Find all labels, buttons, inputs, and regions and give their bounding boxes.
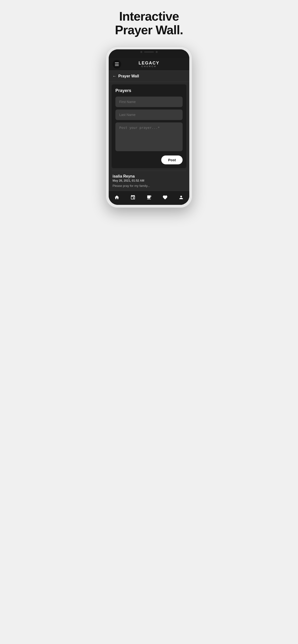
- heart-icon: [163, 195, 168, 200]
- back-label: Prayer Wall: [118, 74, 139, 78]
- page-container: Interactive Prayer Wall.: [99, 10, 199, 208]
- nav-item-heart[interactable]: [160, 194, 171, 201]
- nav-item-calendar[interactable]: [127, 194, 138, 201]
- hamburger-icon: [115, 62, 119, 66]
- phone-inner: LEGACY CHURCH ← Prayer Wall Prayers: [109, 49, 189, 204]
- post-button[interactable]: Post: [161, 156, 183, 164]
- prayer-post-date: May 26, 2021, 01:52 AM: [112, 179, 186, 182]
- calendar-icon: [130, 195, 135, 200]
- first-name-input[interactable]: [115, 96, 183, 107]
- headline-line1: Interactive: [119, 9, 179, 23]
- app-content: LEGACY CHURCH ← Prayer Wall Prayers: [109, 58, 189, 204]
- app-logo-sub: CHURCH: [138, 65, 159, 68]
- headline: Interactive Prayer Wall.: [110, 10, 188, 37]
- phone-notch: [135, 49, 163, 54]
- prayers-title: Prayers: [115, 88, 183, 93]
- headline-text: Interactive Prayer Wall.: [115, 10, 183, 37]
- nav-item-profile[interactable]: [176, 194, 187, 201]
- back-arrow-icon: ←: [112, 74, 116, 78]
- prayers-section: Prayers Post: [112, 84, 186, 168]
- phone-frame: LEGACY CHURCH ← Prayer Wall Prayers: [106, 46, 192, 208]
- news-icon: [146, 195, 152, 200]
- bottom-nav: [109, 191, 189, 205]
- notch-camera-2: [156, 51, 158, 53]
- prayer-post: isalia Reyna May 26, 2021, 01:52 AM Plea…: [109, 171, 189, 190]
- menu-button[interactable]: [112, 60, 121, 68]
- home-icon: [114, 195, 119, 200]
- app-header: LEGACY CHURCH: [109, 58, 189, 71]
- menu-line-1: [115, 62, 119, 63]
- prayer-textarea[interactable]: [115, 122, 183, 151]
- prayer-post-name: isalia Reyna: [112, 174, 186, 178]
- headline-line2: Prayer Wall.: [115, 23, 183, 37]
- person-icon: [179, 195, 184, 200]
- menu-line-2: [115, 64, 119, 64]
- phone-notch-bar: [109, 49, 189, 58]
- menu-line-3: [115, 66, 119, 66]
- last-name-input[interactable]: [115, 110, 183, 120]
- notch-camera: [140, 51, 142, 53]
- app-logo-name: LEGACY: [138, 61, 159, 65]
- nav-item-home[interactable]: [111, 194, 122, 201]
- back-bar[interactable]: ← Prayer Wall: [109, 71, 189, 82]
- prayer-post-text: Please pray for my family...: [112, 184, 186, 188]
- nav-item-news[interactable]: [143, 194, 155, 201]
- post-button-row: Post: [115, 156, 183, 164]
- notch-speaker: [144, 52, 154, 52]
- app-logo: LEGACY CHURCH: [138, 61, 159, 68]
